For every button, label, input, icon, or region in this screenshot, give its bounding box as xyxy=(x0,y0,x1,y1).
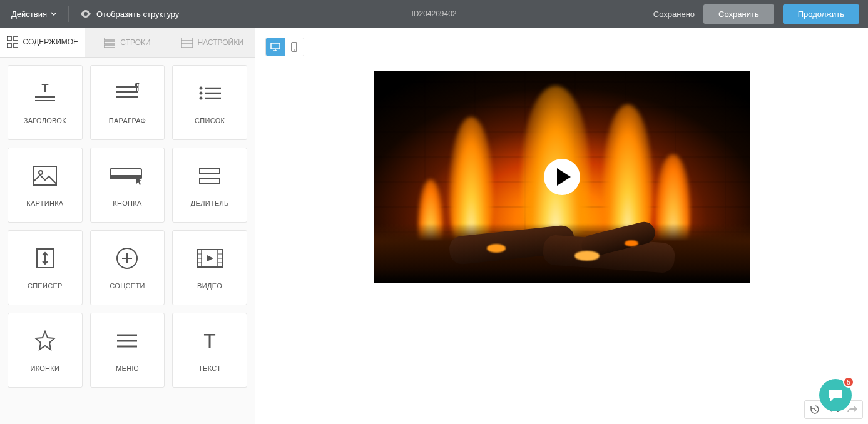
sidebar-tabs: СОДЕРЖИМОЕ СТРОКИ НАСТРОЙКИ xyxy=(0,28,255,58)
svg-text:T: T xyxy=(41,83,48,94)
block-label: СПИСОК xyxy=(195,117,225,124)
svg-point-17 xyxy=(200,87,203,90)
block-text[interactable]: T ТЕКСТ xyxy=(172,313,247,388)
topbar-right: Сохранено Сохранить Продолжить xyxy=(653,4,868,24)
text-icon: T xyxy=(200,328,220,353)
chat-widget[interactable]: 5 xyxy=(819,379,852,411)
svg-rect-28 xyxy=(200,178,220,183)
video-preview[interactable] xyxy=(374,71,750,283)
topbar: Действия Отобразить структуру ID20426940… xyxy=(0,0,868,28)
block-label: ТЕКСТ xyxy=(198,365,221,372)
block-label: ЗАГОЛОВОК xyxy=(24,117,66,124)
svg-rect-4 xyxy=(104,38,115,40)
video-icon xyxy=(196,246,223,271)
eye-icon xyxy=(80,10,91,18)
svg-rect-1 xyxy=(14,36,18,41)
block-heading[interactable]: T ЗАГОЛОВОК xyxy=(8,65,83,140)
redo-icon xyxy=(847,405,857,414)
svg-text:¶: ¶ xyxy=(135,83,140,91)
sidebar: СОДЕРЖИМОЕ СТРОКИ НАСТРОЙКИ T ЗАГОЛОВОК … xyxy=(0,28,255,424)
block-button[interactable]: КНОПКА xyxy=(90,148,165,223)
svg-rect-5 xyxy=(104,41,115,44)
settings-icon xyxy=(181,38,193,48)
tab-settings[interactable]: НАСТРОЙКИ xyxy=(170,28,255,57)
content-grid-icon xyxy=(7,36,18,48)
save-button[interactable]: Сохранить xyxy=(703,4,774,24)
show-structure-label: Отобразить структуру xyxy=(96,9,179,19)
divider-icon xyxy=(197,163,222,188)
block-spacer[interactable]: СПЕЙСЕР xyxy=(8,230,83,305)
block-list[interactable]: СПИСОК xyxy=(172,65,247,140)
tab-settings-label: НАСТРОЙКИ xyxy=(198,38,243,47)
desktop-icon xyxy=(270,43,280,51)
mobile-view-button[interactable] xyxy=(285,38,304,56)
block-label: СОЦСЕТИ xyxy=(110,282,145,290)
image-icon xyxy=(33,163,58,188)
block-label: КАРТИНКА xyxy=(26,199,63,207)
block-label: МЕНЮ xyxy=(116,365,139,372)
svg-rect-3 xyxy=(14,43,18,48)
show-structure-button[interactable]: Отобразить структуру xyxy=(69,9,190,19)
social-icon xyxy=(116,246,138,271)
save-status: Сохранено xyxy=(653,9,695,19)
play-icon xyxy=(557,168,571,186)
block-label: СПЕЙСЕР xyxy=(28,282,63,290)
mobile-icon xyxy=(291,42,297,52)
chat-badge: 5 xyxy=(843,376,854,388)
svg-point-21 xyxy=(200,97,203,100)
svg-rect-2 xyxy=(7,43,11,48)
block-icons[interactable]: ИКОНКИ xyxy=(8,313,83,388)
block-social[interactable]: СОЦСЕТИ xyxy=(90,230,165,305)
star-icon xyxy=(34,328,56,353)
tab-rows-label: СТРОКИ xyxy=(120,38,150,47)
desktop-view-button[interactable] xyxy=(266,38,285,56)
svg-point-50 xyxy=(294,49,295,51)
svg-rect-23 xyxy=(34,166,56,185)
svg-text:T: T xyxy=(203,330,216,351)
list-icon xyxy=(196,81,223,106)
blocks-grid: T ЗАГОЛОВОК ¶ ПАРАГРАФ СПИСОК К xyxy=(0,58,255,395)
rows-icon xyxy=(104,38,115,48)
svg-point-19 xyxy=(200,92,203,95)
history-icon xyxy=(810,405,820,415)
block-image[interactable]: КАРТИНКА xyxy=(8,148,83,223)
block-menu[interactable]: МЕНЮ xyxy=(90,313,165,388)
svg-rect-0 xyxy=(7,36,11,41)
chat-icon xyxy=(827,388,844,403)
block-label: КНОПКА xyxy=(113,199,141,207)
block-label: ВИДЕО xyxy=(197,282,222,290)
menu-icon xyxy=(116,328,138,353)
block-label: ДЕЛИТЕЛЬ xyxy=(191,199,229,207)
tab-rows[interactable]: СТРОКИ xyxy=(85,28,170,57)
play-button[interactable] xyxy=(544,159,580,195)
paragraph-icon: ¶ xyxy=(113,81,141,106)
actions-label: Действия xyxy=(11,9,47,19)
button-icon xyxy=(109,163,145,188)
svg-rect-7 xyxy=(181,38,193,48)
history-button[interactable] xyxy=(806,402,824,417)
spacer-icon xyxy=(36,246,54,271)
main: СОДЕРЖИМОЕ СТРОКИ НАСТРОЙКИ T ЗАГОЛОВОК … xyxy=(0,28,868,424)
heading-icon: T xyxy=(31,81,59,106)
tab-content[interactable]: СОДЕРЖИМОЕ xyxy=(0,28,85,57)
block-paragraph[interactable]: ¶ ПАРАГРАФ xyxy=(90,65,165,140)
document-id: ID204269402 xyxy=(411,9,456,18)
block-label: ПАРАГРАФ xyxy=(109,117,146,124)
block-divider[interactable]: ДЕЛИТЕЛЬ xyxy=(172,148,247,223)
canvas: 5 xyxy=(255,28,868,424)
svg-rect-6 xyxy=(104,45,115,48)
block-label: ИКОНКИ xyxy=(30,365,59,372)
actions-dropdown[interactable]: Действия xyxy=(0,0,68,28)
tab-content-label: СОДЕРЖИМОЕ xyxy=(23,38,79,46)
continue-button[interactable]: Продолжить xyxy=(783,4,859,24)
svg-point-24 xyxy=(39,171,43,174)
svg-rect-27 xyxy=(200,168,220,173)
svg-rect-46 xyxy=(271,43,280,49)
block-video[interactable]: ВИДЕО xyxy=(172,230,247,305)
device-toggle xyxy=(265,38,304,56)
chevron-down-icon xyxy=(51,12,57,16)
